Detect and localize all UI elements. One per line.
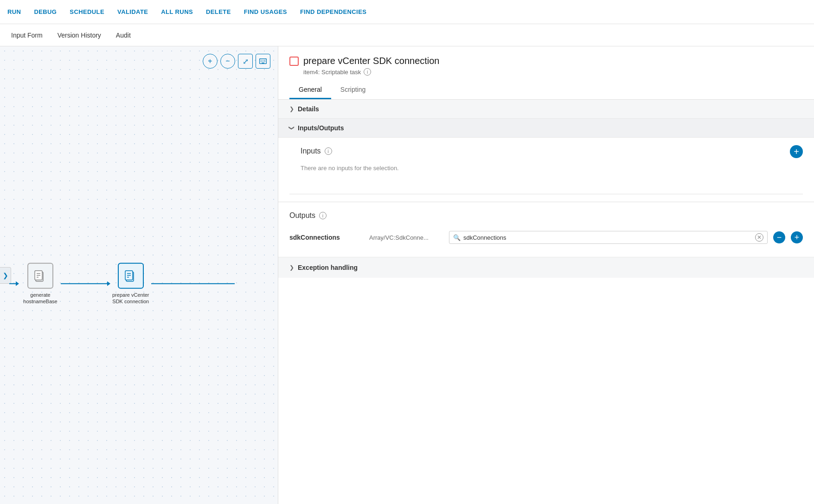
- node-icon-prepare-vcenter: [118, 262, 144, 288]
- toolbar-item-find-dependencies[interactable]: FIND DEPENDENCIES: [300, 6, 366, 17]
- toolbar-item-all-runs[interactable]: ALL RUNS: [161, 6, 193, 17]
- inputs-block-inner: Inputs i There are no inputs for the sel…: [289, 138, 803, 194]
- output-name: sdkConnections: [289, 234, 364, 241]
- exception-chevron: ❯: [289, 264, 294, 271]
- details-chevron: ❯: [289, 106, 294, 112]
- output-input-wrap: 🔍 ✕: [449, 231, 768, 244]
- output-clear-button[interactable]: ✕: [755, 233, 763, 242]
- subtab-version-history[interactable]: Version History: [50, 25, 109, 45]
- node-label-prepare-vcenter: prepare vCenterSDK connection: [112, 291, 149, 305]
- workflow-node-generate[interactable]: generate hostnameBase: [22, 262, 59, 305]
- toolbar-item-delete[interactable]: DELETE: [206, 6, 231, 17]
- output-add-button[interactable]: +: [791, 231, 803, 243]
- panel-content: ❯ Details ❯ Inputs/Outputs Inputs i Ther…: [278, 100, 814, 504]
- node-icon-generate: [27, 262, 53, 288]
- inputs-outputs-chevron: ❯: [288, 126, 295, 130]
- svg-rect-2: [263, 60, 263, 61]
- output-value-input[interactable]: [463, 234, 752, 241]
- output-remove-button[interactable]: −: [773, 231, 785, 243]
- toolbar-item-debug[interactable]: DEBUG: [34, 6, 57, 17]
- output-search-icon: 🔍: [453, 234, 461, 241]
- zoom-out-button[interactable]: −: [220, 54, 235, 69]
- details-section-row[interactable]: ❯ Details: [278, 100, 814, 119]
- toolbar-item-find-usages[interactable]: FIND USAGES: [244, 6, 287, 17]
- subtab-audit[interactable]: Audit: [109, 25, 138, 45]
- canvas-area: ❯ + − ⤢: [0, 46, 278, 504]
- svg-rect-3: [264, 60, 265, 61]
- panel-title-row: prepare vCenter SDK connection: [289, 56, 803, 66]
- inputs-block: Inputs i There are no inputs for the sel…: [278, 138, 814, 202]
- svg-rect-7: [262, 63, 264, 64]
- inputs-info-icon[interactable]: i: [325, 147, 332, 155]
- subtabs: Input FormVersion HistoryAudit: [0, 24, 814, 46]
- inputs-title: Inputs i: [301, 147, 792, 155]
- subtab-input-form[interactable]: Input Form: [4, 25, 50, 45]
- output-type: Array/VC:SdkConne...: [369, 234, 443, 241]
- exception-handling-row[interactable]: ❯ Exception handling: [278, 257, 814, 278]
- toolbar-item-run[interactable]: RUN: [7, 6, 21, 17]
- panel-title: prepare vCenter SDK connection: [303, 56, 440, 66]
- svg-rect-5: [263, 61, 263, 62]
- workflow-node-prepare-vcenter[interactable]: prepare vCenterSDK connection: [112, 262, 149, 305]
- toolbar-item-validate[interactable]: VALIDATE: [117, 6, 148, 17]
- output-row: sdkConnections Array/VC:SdkConne... 🔍 ✕ …: [289, 227, 803, 248]
- panel-subtitle: item4: Scriptable task i: [303, 68, 803, 76]
- details-label: Details: [298, 105, 319, 113]
- panel-tabs: GeneralScripting: [289, 81, 803, 99]
- add-input-button[interactable]: +: [790, 145, 803, 158]
- no-inputs-text: There are no inputs for the selection.: [301, 161, 792, 179]
- panel-header: prepare vCenter SDK connection item4: Sc…: [278, 46, 814, 100]
- outputs-title: Outputs i: [289, 211, 803, 220]
- outputs-info-icon[interactable]: i: [319, 212, 327, 219]
- node-label-generate: generate hostnameBase: [22, 291, 59, 305]
- title-icon: [289, 57, 299, 66]
- exception-label: Exception handling: [298, 264, 358, 271]
- inputs-subsection: Inputs i There are no inputs for the sel…: [289, 138, 803, 186]
- panel-tab-scripting[interactable]: Scripting: [331, 81, 375, 99]
- toolbar: RUNDEBUGSCHEDULEVALIDATEALL RUNSDELETEFI…: [0, 0, 814, 24]
- inputs-outputs-label: Inputs/Outputs: [298, 124, 344, 132]
- toolbar-item-schedule[interactable]: SCHEDULE: [70, 6, 104, 17]
- svg-rect-1: [261, 60, 262, 61]
- zoom-in-button[interactable]: +: [203, 54, 218, 69]
- subtitle-info-icon[interactable]: i: [364, 68, 371, 76]
- svg-rect-6: [264, 61, 265, 62]
- fit-screen-button[interactable]: ⤢: [238, 54, 253, 69]
- keyboard-button[interactable]: [256, 54, 270, 69]
- canvas-toolbar: + − ⤢: [203, 54, 270, 69]
- main-layout: ❯ + − ⤢: [0, 46, 814, 504]
- inputs-outputs-section-row[interactable]: ❯ Inputs/Outputs: [278, 119, 814, 138]
- svg-rect-4: [261, 61, 262, 62]
- panel-tab-general[interactable]: General: [289, 81, 331, 99]
- outputs-block: Outputs i sdkConnections Array/VC:SdkCon…: [278, 202, 814, 257]
- workflow-container: generate hostnameBase pre: [0, 262, 244, 305]
- right-panel: prepare vCenter SDK connection item4: Sc…: [278, 46, 814, 504]
